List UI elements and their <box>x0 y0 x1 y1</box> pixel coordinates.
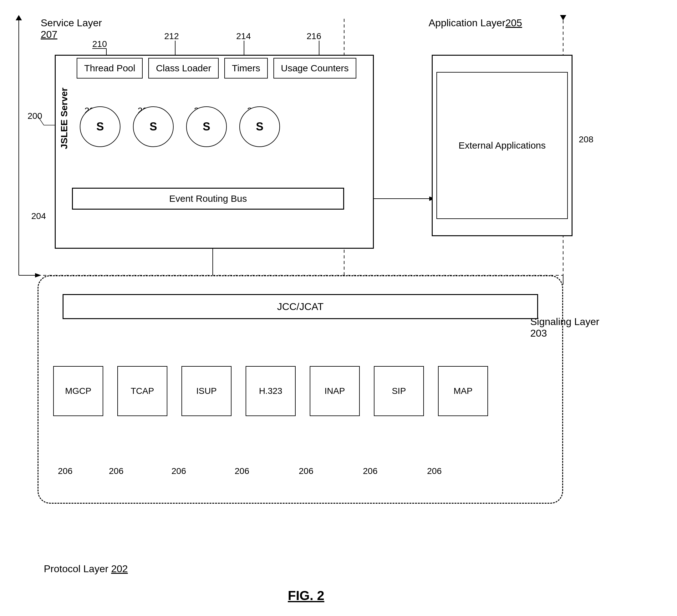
diagram-container: Service Layer 207 JSLEE Server 200 210 2… <box>0 0 677 616</box>
isup-box: ISUP <box>181 366 231 416</box>
ref-206-1: 206 <box>58 466 73 476</box>
ref-206-7: 206 <box>427 466 442 476</box>
circle-3-container: S <box>186 106 227 147</box>
ref-204: 204 <box>31 211 46 221</box>
circles-area: S S S S <box>80 106 280 147</box>
ref-206-5: 206 <box>299 466 313 476</box>
jcc-jcat-box: JCC/JCAT <box>62 294 538 319</box>
protocol-layer-label: Protocol Layer 202 <box>44 563 128 575</box>
map-box: MAP <box>438 366 488 416</box>
circle-1-container: S <box>80 106 121 147</box>
circle-s-4: S <box>239 106 280 147</box>
service-layer-label: Service Layer 207 <box>41 17 102 40</box>
external-applications-box: External Applications <box>437 72 568 219</box>
circle-4-container: S <box>239 106 280 147</box>
ref-210: 210 <box>92 39 107 49</box>
top-boxes-row: Thread Pool Class Loader Timers Usage Co… <box>77 58 356 79</box>
svg-marker-41 <box>16 15 22 20</box>
ref-206-4: 206 <box>235 466 249 476</box>
signaling-layer-label: Signaling Layer 203 <box>530 316 599 339</box>
service-layer-box <box>55 55 374 249</box>
ref-208: 208 <box>579 135 593 144</box>
circle-2-container: S <box>133 106 174 147</box>
ref-206-6: 206 <box>363 466 377 476</box>
inap-box: INAP <box>310 366 360 416</box>
thread-pool-box: Thread Pool <box>77 58 143 79</box>
application-layer-label: Application Layer205 <box>428 17 522 29</box>
figure-label: FIG. 2 <box>288 588 324 603</box>
svg-marker-44 <box>560 15 566 20</box>
h323-box: H.323 <box>245 366 296 416</box>
ref-214: 214 <box>236 31 251 41</box>
mgcp-box: MGCP <box>53 366 103 416</box>
timers-box: Timers <box>224 58 268 79</box>
sip-box: SIP <box>374 366 424 416</box>
ref-200: 200 <box>28 111 42 121</box>
jslee-server-label: JSLEE Server <box>59 88 70 149</box>
tcap-box: TCAP <box>117 366 167 416</box>
protocol-boxes-row: MGCP TCAP ISUP H.323 INAP SIP MAP <box>53 366 488 416</box>
event-routing-bus: Event Routing Bus <box>72 188 344 210</box>
ref-216: 216 <box>307 31 321 41</box>
circle-s-3: S <box>186 106 227 147</box>
ref-206-3: 206 <box>172 466 186 476</box>
circle-s-2: S <box>133 106 174 147</box>
ref-212: 212 <box>164 31 179 41</box>
circle-s-1: S <box>80 106 121 147</box>
ref-206-2: 206 <box>109 466 124 476</box>
class-loader-box: Class Loader <box>148 58 219 79</box>
usage-counters-box: Usage Counters <box>273 58 356 79</box>
